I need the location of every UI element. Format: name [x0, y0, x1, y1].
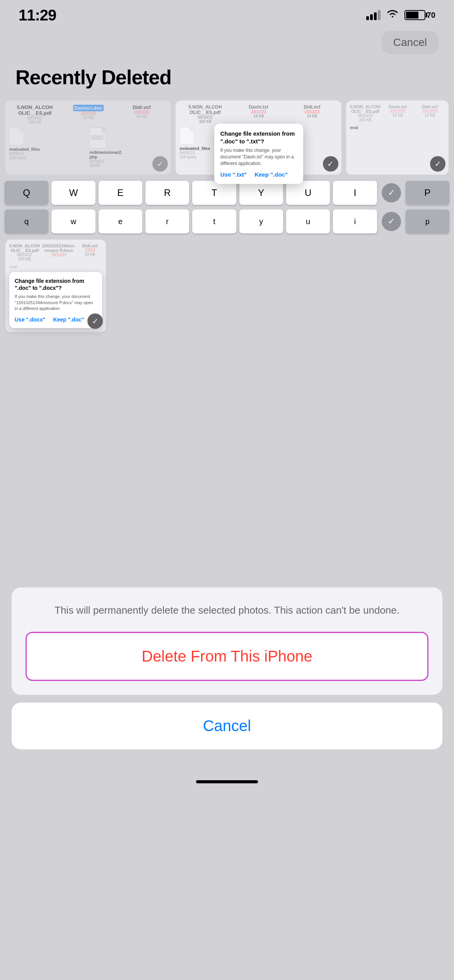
- key-T[interactable]: T: [192, 181, 236, 205]
- delete-button[interactable]: Delete From This iPhone: [26, 632, 428, 681]
- checkmark-row2: ✓: [87, 313, 103, 329]
- file-group-1: 5.NON_ALCOHOLIC__ES.pdf 09/10/22 320 KB …: [5, 100, 171, 175]
- use-txt-button[interactable]: Use ".txt": [220, 171, 247, 178]
- battery-icon: 70: [405, 10, 435, 20]
- status-icons: 70: [366, 9, 435, 22]
- file-group-3: 5.NON_ALCOHOLIC__ES.pdf 09/10/22 320 KB …: [346, 100, 449, 175]
- home-bar: [196, 780, 258, 783]
- file-group-row2-1: 5.NON_ALCOHOLIC__ES.pdf 09/10/22 320 KB …: [5, 240, 106, 332]
- key-i-small[interactable]: i: [333, 209, 377, 233]
- battery-percent: 70: [427, 11, 435, 20]
- key-Y[interactable]: Y: [239, 181, 283, 205]
- keep-doc-button-1[interactable]: Keep ".doc": [254, 171, 288, 178]
- status-time: 11:29: [19, 7, 56, 24]
- key-r-small[interactable]: r: [145, 209, 189, 233]
- checkmark-mid-2: ✓: [382, 212, 401, 231]
- key-Q[interactable]: Q: [5, 181, 48, 205]
- keyboard-row-lower: q w e r t y u i ✓ p: [0, 207, 454, 236]
- checkmark-mid-1: ✓: [382, 183, 401, 202]
- key-w-small[interactable]: w: [51, 209, 95, 233]
- confirmation-text: This will permanently delete the selecte…: [26, 603, 428, 618]
- key-u-small[interactable]: u: [286, 209, 330, 233]
- signal-icon: [366, 10, 381, 20]
- checkmark-2: ✓: [323, 156, 338, 172]
- checkmark-3: ✓: [430, 156, 445, 172]
- file-extension-popup-1: Change file extension from ".doc" to ".t…: [214, 124, 303, 184]
- key-q-small[interactable]: q: [5, 209, 48, 233]
- use-docx-button[interactable]: Use ".docx": [15, 316, 45, 323]
- key-W[interactable]: W: [51, 181, 95, 205]
- cancel-sheet: Cancel: [12, 703, 442, 749]
- bottom-sheet-area: This will permanently delete the selecte…: [0, 587, 454, 772]
- key-P[interactable]: P: [406, 181, 449, 205]
- key-E[interactable]: E: [99, 181, 142, 205]
- key-U[interactable]: U: [286, 181, 330, 205]
- key-t-small[interactable]: t: [192, 209, 236, 233]
- wifi-icon: [386, 9, 399, 22]
- header: Cancel: [0, 27, 454, 62]
- file-group-2: 5.NON_ALCOHOLIC__ES.pdf 09/10/22 320 KB …: [176, 100, 341, 175]
- cancel-top-button[interactable]: Cancel: [382, 31, 439, 54]
- key-R[interactable]: R: [145, 181, 189, 205]
- key-y-small[interactable]: y: [239, 209, 283, 233]
- page-title: Recently Deleted: [0, 62, 454, 100]
- key-I[interactable]: I: [333, 181, 377, 205]
- cancel-bottom-button[interactable]: Cancel: [19, 717, 435, 735]
- status-bar: 11:29 70: [0, 0, 454, 27]
- keep-doc-button-2[interactable]: Keep ".doc": [53, 316, 84, 323]
- checkmark-1: ✓: [152, 156, 168, 172]
- empty-space: [0, 402, 454, 587]
- home-indicator: [0, 772, 454, 787]
- key-p-small[interactable]: p: [406, 209, 449, 233]
- content-area: 5.NON_ALCOHOLIC__ES.pdf 09/10/22 320 KB …: [0, 100, 454, 402]
- key-e-small[interactable]: e: [99, 209, 142, 233]
- confirmation-sheet: This will permanently delete the selecte…: [12, 587, 442, 695]
